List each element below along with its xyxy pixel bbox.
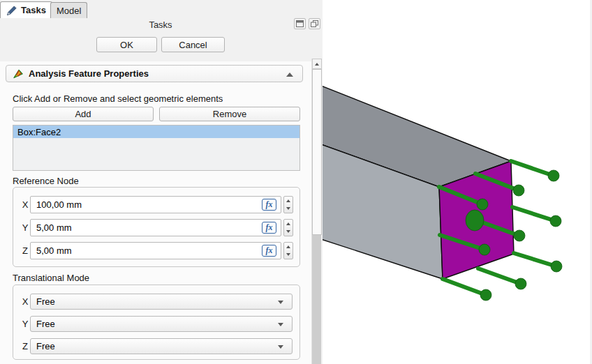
panel-title: Tasks [0, 20, 321, 30]
x-spinner [283, 196, 293, 213]
chevron-down-icon [278, 323, 283, 326]
reference-list[interactable]: Box:Face2 [13, 125, 300, 171]
list-item[interactable]: Box:Face2 [13, 126, 299, 138]
spin-up-icon [286, 199, 290, 202]
reference-x-row: X fx [13, 196, 301, 213]
reference-node-label: Reference Node [13, 176, 79, 186]
translational-y-row: Y Free [13, 316, 301, 333]
reference-z-row: Z fx [13, 242, 301, 259]
spin-down-button[interactable] [284, 251, 293, 259]
panel-window-buttons [294, 18, 320, 29]
overlap-windows-icon [311, 20, 318, 27]
vertical-scrollbar[interactable] [311, 59, 321, 364]
axis-x-label: X [20, 199, 30, 210]
task-panel-content: Analysis Feature Properties Click Add or… [0, 61, 311, 364]
fx-expression-button-x[interactable]: fx [262, 199, 276, 211]
translational-x-row: X Free [13, 294, 301, 311]
scroll-up-button[interactable] [312, 59, 322, 69]
y-spinner [283, 219, 293, 236]
z-spinner [283, 242, 293, 259]
combo-x-value: Free [36, 296, 55, 307]
tab-model[interactable]: Model [50, 2, 87, 18]
section-title: Analysis Feature Properties [29, 68, 149, 79]
spin-up-icon [286, 245, 290, 248]
scrollbar-thumb[interactable] [312, 69, 322, 235]
axis-z-label: Z [20, 245, 30, 256]
translational-x-combobox[interactable]: Free [30, 294, 293, 310]
spin-down-button[interactable] [284, 205, 293, 213]
tab-tasks[interactable]: Tasks [0, 1, 52, 18]
reference-node-group: X fx Y fx [13, 187, 300, 267]
viewport-3d[interactable] [323, 0, 592, 364]
spin-down-icon [286, 253, 290, 256]
application-window: Tasks Model Tasks [0, 0, 592, 364]
chevron-down-icon [278, 345, 283, 349]
translational-z-combobox[interactable]: Free [30, 338, 293, 354]
fx-expression-button-y[interactable]: fx [262, 222, 276, 234]
ok-button[interactable]: OK [96, 37, 157, 52]
axis-x-label: X [20, 296, 30, 307]
reference-y-row: Y fx [13, 219, 301, 236]
reference-x-input[interactable] [30, 196, 281, 213]
spin-down-icon [286, 230, 290, 233]
dock-panel-button[interactable] [294, 18, 306, 29]
spin-up-button[interactable] [284, 220, 293, 227]
constraint-feature-icon [13, 68, 24, 79]
add-button[interactable]: Add [13, 107, 154, 121]
combo-z-value: Free [36, 341, 55, 351]
tab-model-label: Model [57, 6, 81, 16]
axis-z-label: Z [20, 341, 30, 351]
chevron-down-icon [278, 301, 283, 304]
spin-down-button[interactable] [284, 228, 293, 236]
tab-tasks-label: Tasks [21, 5, 46, 15]
combo-y-value: Free [36, 319, 55, 329]
center-node-ball [466, 210, 484, 231]
instruction-text: Click Add or Remove and select geometric… [13, 93, 223, 104]
spin-up-button[interactable] [284, 197, 293, 204]
scroll-up-icon [315, 63, 319, 66]
translational-z-row: Z Free [13, 338, 301, 356]
spin-down-icon [286, 207, 290, 210]
axis-y-label: Y [20, 222, 30, 233]
translational-mode-label: Translational Mode [13, 273, 89, 283]
collapse-section-icon[interactable] [286, 73, 293, 77]
fx-expression-button-z[interactable]: fx [262, 245, 276, 257]
spin-up-button[interactable] [284, 243, 293, 250]
axis-y-label: Y [20, 319, 30, 329]
cancel-button[interactable]: Cancel [161, 37, 225, 52]
translational-y-combobox[interactable]: Free [30, 316, 293, 332]
translational-mode-group: X Free Y Free Z Free [13, 285, 300, 360]
dock-icon [296, 20, 304, 27]
section-header[interactable]: Analysis Feature Properties [6, 65, 303, 82]
float-panel-button[interactable] [309, 18, 320, 29]
dialog-buttons: OK Cancel [0, 37, 321, 52]
remove-button[interactable]: Remove [159, 107, 300, 121]
viewport-scene [323, 0, 592, 364]
pencil-icon [6, 5, 17, 16]
spin-up-icon [286, 222, 290, 225]
reference-y-input[interactable] [30, 219, 281, 236]
task-panel: Tasks Model Tasks [0, 0, 323, 364]
reference-z-input[interactable] [30, 242, 281, 259]
